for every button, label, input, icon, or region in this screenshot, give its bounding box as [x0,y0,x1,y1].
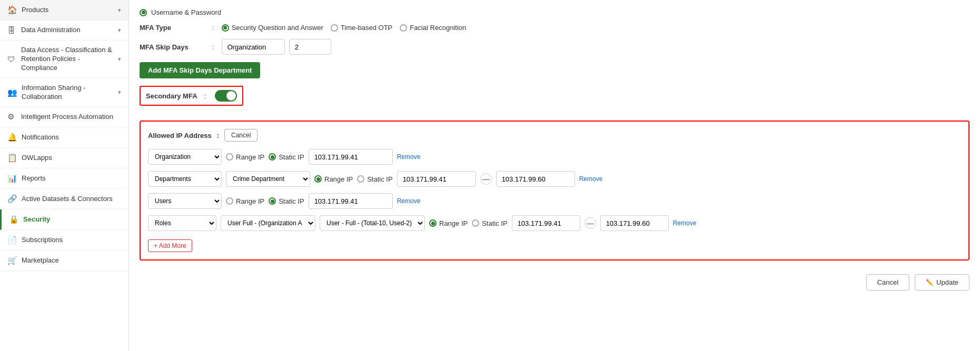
static-ip-label-1: Static IP [279,153,304,161]
username-password-radio[interactable] [140,9,147,16]
sidebar-item-ipa[interactable]: ⚙ Intelligent Process Automation [0,107,128,127]
secondary-mfa-row: Secondary MFA : [140,86,243,106]
ip-scope-select-4[interactable]: Organization Departments Users Roles [148,215,216,231]
sidebar-item-notifications[interactable]: 🔔 Notifications [0,127,128,148]
range-ip-label-1: Range IP [236,153,264,161]
ip-scope-select-2[interactable]: Organization Departments Users Roles [148,171,222,187]
sidebar-item-label: Products [22,6,114,15]
static-ip-option-3[interactable]: Static IP [269,197,304,205]
sidebar-item-label: Data Administration [21,26,114,35]
mfa-option-security-qa[interactable]: Security Question and Answer [222,24,323,32]
sidebar-item-label: Reports [22,174,121,183]
secondary-mfa-container: Secondary MFA : [140,86,969,113]
marketplace-icon: 🛒 [7,256,17,265]
static-ip-option-1[interactable]: Static IP [269,153,304,161]
static-ip-label-2: Static IP [367,175,392,183]
secondary-mfa-toggle[interactable] [215,90,237,102]
range-ip-radio-3 [226,197,233,205]
add-mfa-btn-row: Add MFA Skip Days Department [140,62,969,78]
secondary-mfa-label: Secondary MFA [146,92,197,100]
range-ip-radio-1 [226,153,233,161]
ip-input-4a[interactable] [512,215,580,231]
username-password-row: Username & Password [140,8,969,16]
remove-link-3[interactable]: Remove [397,197,421,205]
remove-link-2[interactable]: Remove [579,175,603,183]
sidebar-item-label: Security [23,215,121,224]
sidebar-item-label: Marketplace [22,256,121,265]
mfa-type-row: MFA Type : Security Question and Answer … [140,24,969,32]
ip-scope-select-3[interactable]: Organization Departments Users Roles [148,193,222,209]
static-ip-option-2[interactable]: Static IP [357,175,392,183]
mfa-option-totp[interactable]: Time-based OTP [331,24,393,32]
range-ip-label-2: Range IP [324,175,353,183]
ipa-icon: ⚙ [7,112,17,122]
ip-input-3[interactable] [309,193,393,209]
sidebar-item-label: Information Sharing - Collaboration [22,84,114,102]
allowed-ip-section: Allowed IP Address : Cancel Organization… [140,121,969,260]
sharing-icon: 👥 [7,88,17,97]
radio-circle-facial [400,24,407,32]
range-ip-option-4[interactable]: Range IP [429,219,468,227]
range-dash-2: — [480,173,492,185]
static-ip-label-4: Static IP [482,219,507,227]
static-ip-radio-2 [357,175,364,183]
mfa-option-label: Security Question and Answer [232,24,323,32]
sidebar-item-info-sharing[interactable]: 👥 Information Sharing - Collaboration ▾ [0,78,128,107]
security-icon: 🔒 [9,215,19,224]
remove-link-1[interactable]: Remove [397,153,421,161]
main-content: Username & Password MFA Type : Security … [129,0,980,351]
static-ip-option-4[interactable]: Static IP [472,219,507,227]
sidebar-item-data-access[interactable]: 🛡 Data Access - Classification & Retenti… [0,41,128,78]
radio-circle-totp [331,24,338,32]
update-icon: ✏️ [926,279,934,286]
sidebar-item-products[interactable]: 🏠 Products ▾ [0,0,128,21]
range-ip-radio-2 [314,175,322,183]
mfa-skip-row: MFA Skip Days : [140,39,969,55]
username-password-label: Username & Password [151,8,221,16]
sidebar-item-label: Notifications [22,133,121,142]
mfa-skip-label: MFA Skip Days [140,43,208,51]
sidebar-item-label: Data Access - Classification & Retention… [21,46,114,73]
ip-row-2: Organization Departments Users Roles Cri… [148,171,961,187]
sidebar-item-data-admin[interactable]: 🗄 Data Administration ▾ [0,21,128,41]
bottom-update-button[interactable]: ✏️ Update [915,274,969,290]
ip-role-select-4a[interactable]: User Full - (Organization Ad... [221,215,315,231]
reports-icon: 📊 [7,174,17,183]
ip-scope-select-1[interactable]: Organization Departments Users Roles [148,149,222,165]
mfa-option-label: Time-based OTP [341,24,393,32]
add-more-button[interactable]: + Add More [148,239,192,252]
bell-icon: 🔔 [7,133,17,142]
range-ip-option-3[interactable]: Range IP [226,197,264,205]
range-ip-radio-4 [429,219,437,227]
allowed-ip-label: Allowed IP Address [148,132,212,139]
mfa-option-label: Facial Recognition [410,24,466,32]
mfa-skip-org-input[interactable] [222,39,285,55]
sidebar-item-reports[interactable]: 📊 Reports [0,168,128,189]
allowed-ip-cancel-button[interactable]: Cancel [224,129,258,142]
add-mfa-skip-days-button[interactable]: Add MFA Skip Days Department [140,62,260,78]
mfa-skip-colon: : [212,43,214,51]
range-ip-label-4: Range IP [439,219,468,227]
ip-input-4b[interactable] [600,215,669,231]
bottom-cancel-button[interactable]: Cancel [866,274,909,290]
ip-input-2b[interactable] [496,171,575,187]
sidebar-item-marketplace[interactable]: 🛒 Marketplace [0,250,128,271]
ip-input-1[interactable] [309,149,393,165]
sidebar-item-subscriptions[interactable]: 📄 Subscriptions [0,230,128,250]
sidebar-item-security[interactable]: 🔒 Security [0,209,128,230]
range-ip-option-1[interactable]: Range IP [226,153,264,161]
chevron-down-icon: ▾ [118,27,121,34]
ip-row-3: Organization Departments Users Roles Ran… [148,193,961,209]
ip-dept-select-2[interactable]: Crime Department [226,171,310,187]
mfa-option-facial[interactable]: Facial Recognition [400,24,466,32]
mfa-type-colon: : [212,24,214,32]
mfa-skip-days-input[interactable] [289,39,331,55]
radio-circle-security-qa [222,24,229,32]
sidebar-item-active-datasets[interactable]: 🔗 Active Datasets & Connectors [0,189,128,209]
sidebar-item-owlapps[interactable]: 📋 OWLapps [0,148,128,168]
range-ip-option-2[interactable]: Range IP [314,175,353,183]
allowed-ip-header: Allowed IP Address : Cancel [148,129,961,142]
remove-link-4[interactable]: Remove [673,219,697,227]
ip-role-select-4b[interactable]: User - Full - (Total-10, Used-2) [320,215,425,231]
ip-input-2a[interactable] [397,171,476,187]
